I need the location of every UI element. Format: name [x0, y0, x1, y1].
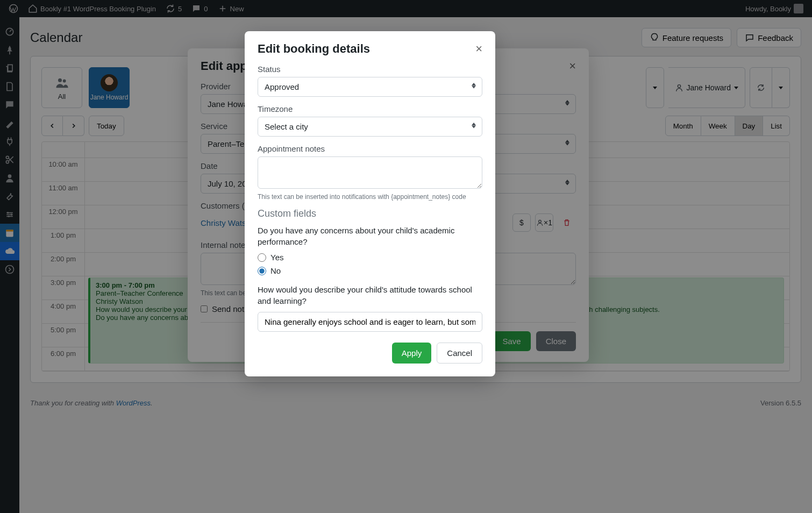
edit-booking-modal: Edit booking details × Status Approved T… — [245, 31, 495, 376]
bookly-cloud-icon[interactable] — [0, 242, 19, 260]
notes-input[interactable] — [258, 156, 482, 189]
dashboard-icon[interactable] — [0, 23, 19, 41]
footer-thanks: Thank you for creating with — [30, 399, 116, 407]
timezone-label: Timezone — [258, 104, 482, 113]
price-icon[interactable]: $ — [512, 213, 531, 232]
feedback-label: Feedback — [758, 33, 793, 42]
staff-jane[interactable]: Jane Howard — [89, 67, 130, 108]
svg-point-3 — [6, 156, 9, 159]
close-icon[interactable]: × — [569, 59, 576, 73]
status-label: Status — [258, 65, 482, 74]
prev-button[interactable] — [41, 116, 63, 136]
updates-count: 5 — [178, 5, 182, 13]
admin-sidebar — [0, 17, 19, 513]
tools-icon[interactable] — [0, 187, 19, 205]
staff-all[interactable]: All — [41, 67, 82, 108]
time-label: 5:00 pm — [42, 324, 85, 347]
pin-icon[interactable] — [0, 41, 19, 59]
time-label: 1:00 pm — [42, 229, 85, 252]
view-week[interactable]: Week — [701, 116, 735, 136]
cancel-button[interactable]: Cancel — [437, 343, 482, 364]
svg-point-10 — [6, 266, 14, 274]
cf-q1-no-label: No — [270, 266, 281, 275]
cf-q1-no-radio[interactable] — [258, 267, 266, 275]
person-icon — [536, 219, 544, 226]
svg-point-7 — [8, 216, 10, 217]
notes-hint: This text can be inserted into notificat… — [258, 193, 482, 201]
filter-dropdown[interactable] — [646, 67, 664, 108]
pages-icon[interactable] — [0, 77, 19, 96]
wp-logo-icon[interactable] — [5, 4, 22, 13]
view-month[interactable]: Month — [665, 116, 701, 136]
staff-name-label: Jane Howard — [90, 94, 129, 101]
time-label: 2:00 pm — [42, 253, 85, 276]
wordpress-link[interactable]: WordPress — [116, 399, 151, 407]
svg-point-6 — [11, 213, 12, 215]
next-button[interactable] — [63, 116, 84, 136]
feedback-button[interactable]: Feedback — [737, 28, 801, 47]
notes-label: Appointment notes — [258, 144, 482, 153]
timezone-select[interactable]: Select a city — [258, 117, 482, 137]
feature-requests-button[interactable]: Feature requests — [642, 28, 731, 47]
save-button[interactable]: Save — [493, 331, 530, 351]
avatar — [794, 4, 803, 13]
people-icon — [54, 75, 69, 90]
collapse-icon[interactable] — [0, 260, 19, 279]
svg-point-2 — [6, 161, 9, 163]
version: Version 6.5.5 — [760, 399, 801, 407]
speech-icon[interactable] — [0, 96, 19, 114]
booking-modal-title: Edit booking details — [258, 42, 370, 56]
chevron-down-icon — [734, 87, 738, 89]
page-title: Calendar — [30, 30, 82, 45]
refresh-button[interactable] — [750, 67, 772, 108]
settings-icon[interactable] — [0, 205, 19, 224]
comments-icon[interactable]: 0 — [188, 4, 211, 13]
capacity-label: ×1 — [544, 218, 552, 227]
apply-button[interactable]: Apply — [392, 343, 432, 364]
trash-icon — [562, 218, 571, 227]
svg-rect-9 — [6, 230, 13, 231]
cf-q1-label: Do you have any concerns about your chil… — [258, 225, 482, 247]
custom-fields-title: Custom fields — [258, 208, 482, 219]
cf-q1-yes-label: Yes — [270, 253, 283, 262]
site-name[interactable]: Bookly #1 WordPress Booking Plugin — [25, 4, 159, 13]
howdy[interactable]: Howdy, Bookly — [742, 4, 807, 13]
updates-icon[interactable]: 5 — [162, 4, 185, 13]
today-button[interactable]: Today — [89, 116, 124, 136]
cf-q2-input[interactable] — [258, 312, 482, 332]
users-icon[interactable] — [0, 169, 19, 187]
person-icon — [675, 83, 683, 92]
time-label: 6:00 pm — [42, 347, 85, 370]
chevron-down-icon — [779, 87, 783, 89]
svg-point-11 — [58, 78, 62, 82]
admin-bar: Bookly #1 WordPress Booking Plugin 5 0 N… — [0, 0, 812, 17]
view-list[interactable]: List — [763, 116, 790, 136]
bookly-calendar-icon[interactable] — [0, 224, 19, 242]
cut-icon[interactable] — [0, 151, 19, 169]
close-icon[interactable]: × — [475, 42, 482, 56]
howdy-label: Howdy, Bookly — [745, 5, 791, 13]
capacity-icon[interactable]: ×1 — [535, 213, 553, 232]
media-icon[interactable] — [0, 59, 19, 77]
cf-q1-yes-radio[interactable] — [258, 253, 266, 262]
refresh-options[interactable] — [772, 67, 790, 108]
provider-label: Jane Howard — [687, 83, 731, 92]
send-notifications-checkbox[interactable] — [201, 305, 208, 312]
appearance-icon[interactable] — [0, 114, 19, 132]
svg-point-13 — [678, 85, 680, 88]
delete-icon[interactable] — [558, 213, 576, 232]
plugins-icon[interactable] — [0, 132, 19, 151]
new-button[interactable]: New — [215, 4, 247, 13]
avatar-icon — [101, 74, 118, 91]
svg-point-5 — [7, 212, 9, 213]
view-day[interactable]: Day — [735, 116, 764, 136]
comments-count: 0 — [204, 5, 208, 13]
site-name-label: Bookly #1 WordPress Booking Plugin — [40, 5, 156, 13]
feature-requests-label: Feature requests — [663, 33, 723, 42]
close-button[interactable]: Close — [536, 331, 576, 351]
svg-point-12 — [63, 79, 66, 82]
provider-dropdown[interactable]: Jane Howard — [668, 67, 746, 108]
time-label: 3:00 pm — [42, 276, 85, 300]
cf-q2-label: How would you describe your child's atti… — [258, 284, 482, 307]
status-select[interactable]: Approved — [258, 77, 482, 97]
